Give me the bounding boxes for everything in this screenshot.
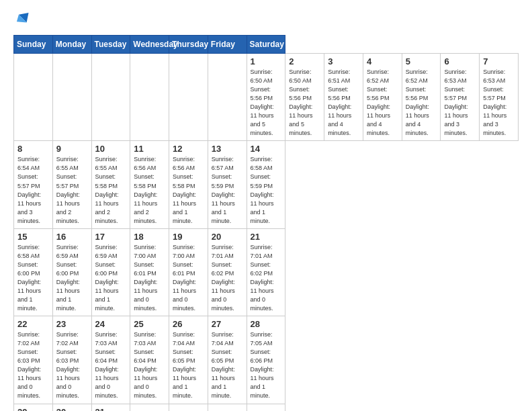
weekday-header-wednesday: Wednesday	[130, 36, 169, 54]
day-number: 25	[134, 319, 165, 329]
day-number: 3	[328, 56, 359, 66]
calendar-cell: 29Sunrise: 7:05 AMSunset: 6:06 PMDayligh…	[14, 404, 53, 411]
day-number: 29	[17, 407, 49, 412]
calendar-cell: 8Sunrise: 6:54 AMSunset: 5:57 PMDaylight…	[14, 141, 53, 228]
day-info: Sunrise: 7:01 AMSunset: 6:02 PMDaylight:…	[212, 243, 243, 313]
day-info: Sunrise: 6:53 AMSunset: 5:57 PMDaylight:…	[444, 68, 476, 138]
day-number: 27	[212, 319, 243, 329]
calendar-cell: 20Sunrise: 7:01 AMSunset: 6:02 PMDayligh…	[208, 228, 247, 316]
day-number: 21	[251, 232, 282, 242]
calendar-cell	[208, 404, 247, 411]
day-number: 13	[212, 144, 243, 154]
day-number: 24	[95, 319, 127, 329]
calendar-cell: 10Sunrise: 6:55 AMSunset: 5:58 PMDayligh…	[91, 141, 130, 228]
day-info: Sunrise: 6:56 AMSunset: 5:58 PMDaylight:…	[134, 155, 165, 225]
day-number: 22	[17, 319, 49, 329]
calendar-cell	[247, 404, 285, 411]
calendar-cell	[130, 404, 169, 411]
day-info: Sunrise: 7:04 AMSunset: 6:05 PMDaylight:…	[173, 330, 204, 400]
day-number: 9	[56, 144, 88, 154]
calendar-cell: 22Sunrise: 7:02 AMSunset: 6:03 PMDayligh…	[14, 316, 53, 404]
calendar-cell: 17Sunrise: 6:59 AMSunset: 6:00 PMDayligh…	[91, 228, 130, 316]
day-number: 16	[56, 232, 88, 242]
day-info: Sunrise: 7:01 AMSunset: 6:02 PMDaylight:…	[251, 243, 282, 313]
day-info: Sunrise: 7:00 AMSunset: 6:01 PMDaylight:…	[134, 243, 165, 313]
header	[13, 12, 519, 28]
day-number: 19	[173, 232, 204, 242]
calendar-week-3: 15Sunrise: 6:58 AMSunset: 6:00 PMDayligh…	[14, 228, 519, 316]
page: SundayMondayTuesdayWednesdayThursdayFrid…	[0, 0, 532, 411]
calendar-cell: 31Sunrise: 7:06 AMSunset: 6:08 PMDayligh…	[91, 404, 130, 411]
calendar-week-4: 22Sunrise: 7:02 AMSunset: 6:03 PMDayligh…	[14, 316, 519, 404]
calendar-cell: 2Sunrise: 6:50 AMSunset: 5:56 PMDaylight…	[285, 54, 324, 141]
day-number: 8	[17, 144, 49, 154]
day-info: Sunrise: 7:03 AMSunset: 6:04 PMDaylight:…	[134, 330, 165, 400]
calendar-cell: 6Sunrise: 6:53 AMSunset: 5:57 PMDaylight…	[441, 54, 480, 141]
day-info: Sunrise: 6:55 AMSunset: 5:57 PMDaylight:…	[56, 155, 88, 225]
day-info: Sunrise: 6:53 AMSunset: 5:57 PMDaylight:…	[483, 68, 515, 138]
calendar-cell	[52, 54, 91, 141]
day-number: 15	[17, 232, 49, 242]
weekday-header-thursday: Thursday	[169, 36, 208, 54]
calendar-cell: 30Sunrise: 7:05 AMSunset: 6:07 PMDayligh…	[52, 404, 91, 411]
day-info: Sunrise: 6:52 AMSunset: 5:56 PMDaylight:…	[406, 68, 437, 138]
calendar-week-1: 1Sunrise: 6:50 AMSunset: 5:56 PMDaylight…	[14, 54, 519, 141]
day-info: Sunrise: 7:05 AMSunset: 6:06 PMDaylight:…	[251, 330, 282, 400]
day-number: 11	[134, 144, 165, 154]
day-info: Sunrise: 7:04 AMSunset: 6:05 PMDaylight:…	[212, 330, 243, 400]
day-info: Sunrise: 6:58 AMSunset: 6:00 PMDaylight:…	[17, 243, 49, 313]
calendar-cell: 11Sunrise: 6:56 AMSunset: 5:58 PMDayligh…	[130, 141, 169, 228]
day-info: Sunrise: 6:51 AMSunset: 5:56 PMDaylight:…	[328, 68, 359, 138]
calendar-cell: 1Sunrise: 6:50 AMSunset: 5:56 PMDaylight…	[247, 54, 285, 141]
calendar-cell: 18Sunrise: 7:00 AMSunset: 6:01 PMDayligh…	[130, 228, 169, 316]
logo-icon	[15, 11, 30, 26]
day-number: 14	[251, 144, 282, 154]
calendar-cell: 3Sunrise: 6:51 AMSunset: 5:56 PMDaylight…	[324, 54, 363, 141]
weekday-header-friday: Friday	[208, 36, 247, 54]
calendar-cell: 15Sunrise: 6:58 AMSunset: 6:00 PMDayligh…	[14, 228, 53, 316]
calendar-cell	[169, 404, 208, 411]
day-info: Sunrise: 6:56 AMSunset: 5:58 PMDaylight:…	[173, 155, 204, 225]
day-info: Sunrise: 6:57 AMSunset: 5:59 PMDaylight:…	[212, 155, 243, 225]
calendar-cell	[130, 54, 169, 141]
day-info: Sunrise: 6:55 AMSunset: 5:58 PMDaylight:…	[95, 155, 127, 225]
logo	[13, 12, 30, 28]
calendar-cell: 27Sunrise: 7:04 AMSunset: 6:05 PMDayligh…	[208, 316, 247, 404]
day-number: 10	[95, 144, 127, 154]
day-number: 30	[56, 407, 88, 412]
calendar-cell: 13Sunrise: 6:57 AMSunset: 5:59 PMDayligh…	[208, 141, 247, 228]
day-info: Sunrise: 6:58 AMSunset: 5:59 PMDaylight:…	[251, 155, 282, 225]
weekday-header-saturday: Saturday	[247, 36, 285, 54]
calendar-week-5: 29Sunrise: 7:05 AMSunset: 6:06 PMDayligh…	[14, 404, 519, 411]
day-info: Sunrise: 7:02 AMSunset: 6:03 PMDaylight:…	[17, 330, 49, 400]
day-info: Sunrise: 6:54 AMSunset: 5:57 PMDaylight:…	[17, 155, 49, 225]
calendar-cell	[208, 54, 247, 141]
calendar-cell	[169, 54, 208, 141]
calendar-cell: 12Sunrise: 6:56 AMSunset: 5:58 PMDayligh…	[169, 141, 208, 228]
day-info: Sunrise: 6:52 AMSunset: 5:56 PMDaylight:…	[367, 68, 398, 138]
day-info: Sunrise: 7:00 AMSunset: 6:01 PMDaylight:…	[173, 243, 204, 313]
weekday-header-sunday: Sunday	[14, 36, 53, 54]
day-number: 7	[483, 56, 515, 66]
calendar-cell	[14, 54, 53, 141]
day-number: 1	[251, 56, 282, 66]
day-number: 6	[444, 56, 476, 66]
calendar-cell: 19Sunrise: 7:00 AMSunset: 6:01 PMDayligh…	[169, 228, 208, 316]
calendar-cell: 5Sunrise: 6:52 AMSunset: 5:56 PMDaylight…	[402, 54, 441, 141]
calendar-cell: 25Sunrise: 7:03 AMSunset: 6:04 PMDayligh…	[130, 316, 169, 404]
day-number: 4	[367, 56, 398, 66]
day-number: 20	[212, 232, 243, 242]
day-number: 12	[173, 144, 204, 154]
calendar-cell: 28Sunrise: 7:05 AMSunset: 6:06 PMDayligh…	[247, 316, 285, 404]
calendar-week-2: 8Sunrise: 6:54 AMSunset: 5:57 PMDaylight…	[14, 141, 519, 228]
day-info: Sunrise: 6:59 AMSunset: 6:00 PMDaylight:…	[95, 243, 127, 313]
weekday-header-monday: Monday	[52, 36, 91, 54]
calendar-cell: 21Sunrise: 7:01 AMSunset: 6:02 PMDayligh…	[247, 228, 285, 316]
calendar-cell: 23Sunrise: 7:02 AMSunset: 6:03 PMDayligh…	[52, 316, 91, 404]
day-number: 18	[134, 232, 165, 242]
day-info: Sunrise: 7:02 AMSunset: 6:03 PMDaylight:…	[56, 330, 88, 400]
calendar: SundayMondayTuesdayWednesdayThursdayFrid…	[13, 35, 519, 411]
day-number: 28	[251, 319, 282, 329]
day-number: 23	[56, 319, 88, 329]
day-number: 31	[95, 407, 127, 412]
